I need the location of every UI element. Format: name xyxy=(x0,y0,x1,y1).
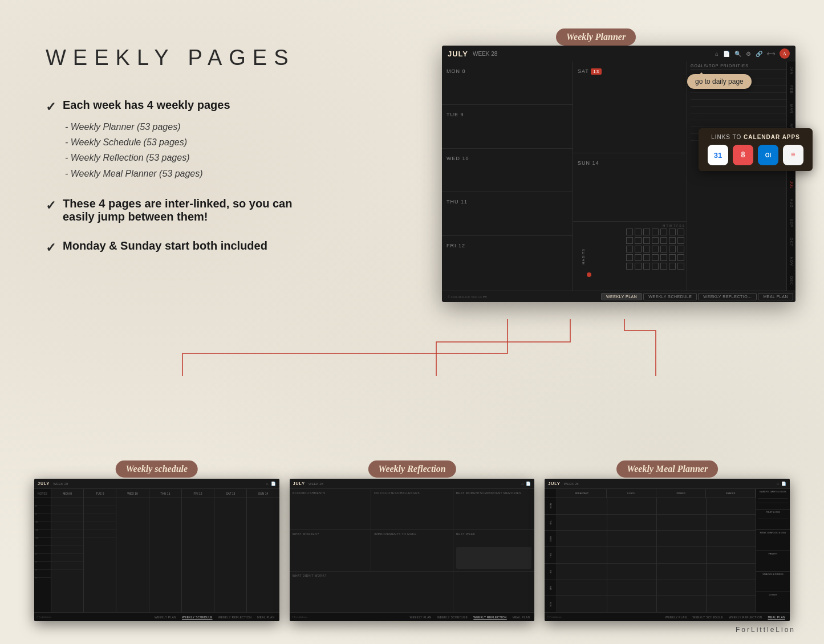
day-label-sun: SUN 14 xyxy=(578,160,599,166)
reflection-badge-wrap: Weekly Reflection xyxy=(368,460,456,478)
mh-breakfast: BREAKFAST xyxy=(557,489,607,498)
features-list: ✓ Each week has 4 weekly pages - Weekly … xyxy=(46,99,319,255)
profile-icon[interactable]: A xyxy=(780,48,790,59)
shopping-meat: MEAT, SEAFOOD & DELI xyxy=(756,530,790,551)
tab-weekly-schedule[interactable]: WEEKLY SCHEDULE xyxy=(643,293,697,300)
expand-icon[interactable]: ⟷ xyxy=(767,51,775,57)
year-sidebar: JAN FEB MAR APR MAY JUN JUL AUG SEP OCT … xyxy=(786,62,795,291)
mrow-sun xyxy=(557,596,756,612)
mc-sun-lunch xyxy=(607,596,657,612)
meal-badge-wrap: Weekly Meal Planner xyxy=(616,460,718,478)
weekly-planner-label: Weekly Planner xyxy=(556,28,636,46)
sd-mon-10 xyxy=(51,570,83,578)
mbt-meal[interactable]: MEAL PLAN xyxy=(765,615,788,619)
schedule-label: Weekly schedule xyxy=(116,460,198,478)
checkmark-2: ✓ xyxy=(46,198,56,213)
shop-b3 xyxy=(758,503,788,508)
mbt-schedule[interactable]: WEEKLY SCHEDULE xyxy=(690,615,725,619)
brand-footer: ForLittleLion xyxy=(736,626,795,634)
sched-day-wed: WED 10 xyxy=(116,489,149,612)
md-mon: MON xyxy=(545,498,557,515)
md-sun: SUN xyxy=(545,596,557,612)
h-s2: S xyxy=(683,224,684,227)
shop-other-label: OTHER xyxy=(758,593,788,596)
toolbar-icons: ⌂ 📄 🔍 ⚙ 🔗 ⟷ A xyxy=(715,48,790,59)
schedule-grid-body: NOTES 8 9 10 11 12 1 2 3 4 5 xyxy=(34,489,279,612)
home-icon[interactable]: ⌂ xyxy=(715,51,719,57)
mc-sat-snacks xyxy=(707,580,756,596)
fantastical-icon[interactable]: 8 xyxy=(733,145,753,165)
tab-meal-plan[interactable]: MEAL PLAN xyxy=(758,293,793,300)
outlook-icon[interactable]: Ol xyxy=(758,145,778,165)
reflection-bottom-tabs: © ForLittleLion WEEKLY PLAN WEEKLY SCHED… xyxy=(290,612,535,621)
r-next-week: NEXT WEEK xyxy=(453,530,535,570)
shop-f2 xyxy=(758,519,788,524)
goal-line-7 xyxy=(691,113,792,120)
r-empty xyxy=(453,572,535,612)
h-cell xyxy=(626,229,633,235)
habits-section: HABITS MTWTFSS xyxy=(573,222,687,291)
r-accomplishments: ACCOMPLISHMENTS xyxy=(290,489,371,529)
calendar-app-icons: 31 8 Ol ≡ xyxy=(707,145,805,165)
mrow-tue xyxy=(557,515,756,531)
sbt-schedule[interactable]: WEEKLY SCHEDULE xyxy=(180,615,215,619)
sbt-plan[interactable]: WEEKLY PLAN xyxy=(152,615,178,619)
rbt-reflection[interactable]: WEEKLY REFLECTION xyxy=(471,615,509,619)
meal-mockup-wrap: Weekly Meal Planner JULY WEEK 28 ⌂ 📄 MON… xyxy=(545,479,790,621)
rbt-schedule[interactable]: WEEKLY SCHEDULE xyxy=(435,615,470,619)
tc-9: 4 xyxy=(34,562,51,570)
sd-mon-9 xyxy=(51,562,83,570)
planner-month: JULY xyxy=(448,50,468,58)
month-oct: OCT xyxy=(790,238,793,247)
time-header: NOTES xyxy=(34,489,51,498)
shopping-bakery: BAKERY, DAIRY & EGGS xyxy=(756,489,790,510)
settings-icon[interactable]: ⚙ xyxy=(746,51,751,57)
sbt-meal[interactable]: MEAL PLAN xyxy=(255,615,277,619)
sched-day-mon: MON 8 xyxy=(51,489,84,612)
sbt-reflection[interactable]: WEEKLY REFLECTION xyxy=(216,615,254,619)
tc-7: 2 xyxy=(34,546,51,554)
feature-bold-2: These 4 pages are inter-linked xyxy=(63,197,226,210)
weekly-planner-badge: Weekly Planner xyxy=(556,28,636,46)
link-icon[interactable]: 🔗 xyxy=(756,51,762,57)
gcal-icon[interactable]: 31 xyxy=(708,145,728,165)
time-label: NOTES xyxy=(38,492,47,495)
doc-icon[interactable]: 📄 xyxy=(723,51,730,57)
r-icon-2: 📄 xyxy=(526,482,531,486)
md-fri: FRI xyxy=(545,564,557,580)
sd-thu-header: THU 11 xyxy=(149,489,181,498)
rbt-meal[interactable]: MEAL PLAN xyxy=(510,615,533,619)
tab-weekly-plan[interactable]: WEEKLY PLAN xyxy=(601,293,642,300)
goals-title: GOALS/TOP PRIORITIES xyxy=(691,64,792,70)
search-icon[interactable]: 🔍 xyxy=(734,51,741,57)
tab-weekly-reflection[interactable]: WEEKLY REFLECTIO... xyxy=(698,293,757,300)
page-title: WEEKLY PAGES xyxy=(46,46,319,70)
r-icons: ⌂ 📄 xyxy=(521,482,531,486)
r-didnt-label: WHAT DIDN'T WORK? xyxy=(293,574,450,577)
sd-mon-1 xyxy=(51,498,83,506)
profile-initial: A xyxy=(783,51,786,56)
day-label-tue: TUE 9 xyxy=(446,112,464,117)
day-label-fri: FRI 12 xyxy=(446,243,465,248)
sub-item-1-1: - Weekly Schedule (53 pages) xyxy=(65,134,319,150)
day-cell-wed: WED 10 xyxy=(442,149,573,192)
sd-mon-header: MON 8 xyxy=(51,489,83,498)
rbt-plan[interactable]: WEEKLY PLAN xyxy=(408,615,434,619)
goal-line-6 xyxy=(691,107,792,113)
md-wed: WED xyxy=(545,531,557,547)
schedule-mockup-wrap: Weekly schedule JULY WEEK 28 ⌂ 📄 NOTES xyxy=(34,479,279,621)
shop-b1 xyxy=(758,494,788,499)
day-cell-tue: TUE 9 xyxy=(442,105,573,148)
m-week: WEEK 28 xyxy=(564,482,579,486)
mc-fri-breakfast xyxy=(557,564,607,580)
mbt-plan[interactable]: WEEKLY PLAN xyxy=(663,615,689,619)
meal-days-col: MON TUE WED THU FRI SAT SUN xyxy=(545,489,557,612)
sd-wed-header: WED 10 xyxy=(116,489,148,498)
bottom-mockups-section: Weekly schedule JULY WEEK 28 ⌂ 📄 NOTES xyxy=(34,479,790,621)
meal-body: MON TUE WED THU FRI SAT SUN BREAKFAST LU… xyxy=(545,489,790,612)
reminders-icon[interactable]: ≡ xyxy=(783,145,803,165)
mbt-reflection[interactable]: WEEKLY REFLECTION xyxy=(726,615,765,619)
sub-item-1-2: - Weekly Reflection (53 pages) xyxy=(65,150,319,165)
sd-tue-5 xyxy=(84,530,116,538)
feature-text-1: Each week has 4 weekly pages xyxy=(63,99,230,112)
